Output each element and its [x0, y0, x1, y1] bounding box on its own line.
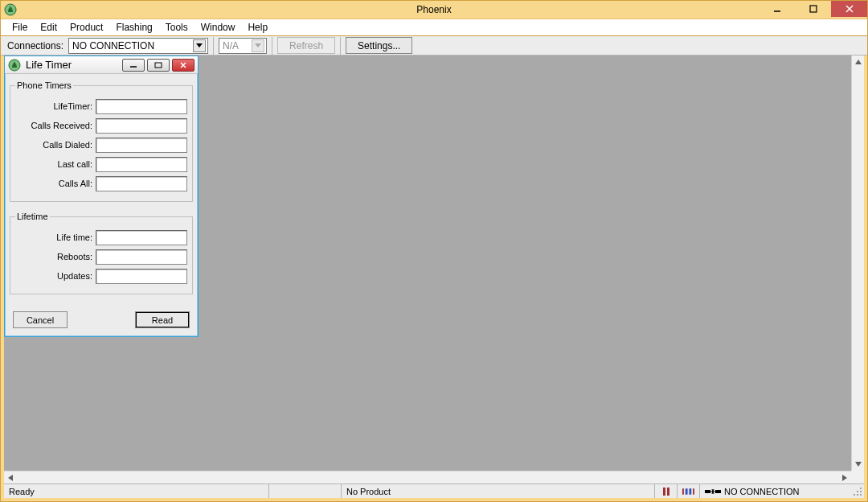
- child-title: Life Timer: [26, 59, 72, 71]
- child-close-button[interactable]: [172, 59, 194, 72]
- titlebar: Phoenix: [1, 1, 867, 19]
- child-window-controls: [122, 59, 194, 72]
- child-minimize-button[interactable]: [122, 59, 145, 72]
- menu-tools[interactable]: Tools: [159, 20, 194, 35]
- scroll-track[interactable]: [852, 68, 864, 458]
- label-last-call: Last call:: [15, 159, 92, 169]
- maximize-button[interactable]: [795, 1, 831, 17]
- row-updates: Updates:: [15, 266, 187, 286]
- refresh-button: Refresh: [277, 37, 335, 54]
- mdi-client-area: Life Timer: [4, 56, 851, 471]
- svg-point-32: [860, 494, 862, 496]
- status-connection-cell: NO CONNECTION: [700, 484, 851, 498]
- status-connection: NO CONNECTION: [724, 487, 800, 496]
- svg-rect-17: [667, 488, 669, 496]
- scroll-left-icon[interactable]: [4, 471, 17, 483]
- svg-marker-6: [255, 43, 261, 47]
- label-calls-dialed: Calls Dialed:: [15, 140, 92, 150]
- child-maximize-button[interactable]: [147, 59, 170, 72]
- input-lifetimer[interactable]: [96, 99, 187, 114]
- menu-help[interactable]: Help: [241, 20, 274, 35]
- cancel-button[interactable]: Cancel: [13, 311, 68, 328]
- svg-rect-2: [810, 6, 817, 12]
- toolbar: Connections: NO CONNECTION N/A Refresh S…: [1, 36, 867, 56]
- svg-point-29: [860, 491, 862, 492]
- connections-combo[interactable]: NO CONNECTION: [68, 38, 208, 54]
- input-calls-all[interactable]: [96, 176, 187, 191]
- svg-rect-19: [686, 488, 688, 495]
- toolbar-separator: [213, 37, 214, 55]
- workspace: Life Timer: [4, 56, 864, 483]
- input-life-time[interactable]: [96, 230, 187, 245]
- menubar: File Edit Product Flashing Tools Window …: [1, 19, 867, 36]
- svg-rect-23: [715, 490, 721, 493]
- scroll-up-icon[interactable]: [852, 56, 864, 68]
- status-ready: Ready: [4, 484, 269, 498]
- row-lifetimer: LifeTimer:: [15, 97, 187, 116]
- scroll-down-icon[interactable]: [852, 458, 864, 471]
- horizontal-scrollbar[interactable]: [4, 471, 851, 483]
- svg-rect-9: [155, 63, 162, 68]
- phoenix-icon: [8, 59, 21, 72]
- svg-point-30: [854, 494, 855, 496]
- main-window: Phoenix File Edit Product Flashing Tools…: [0, 0, 868, 502]
- read-button[interactable]: Read: [135, 311, 190, 328]
- toolbar-separator: [340, 37, 341, 55]
- menu-product[interactable]: Product: [63, 20, 109, 35]
- menu-window[interactable]: Window: [194, 20, 242, 35]
- svg-marker-15: [842, 475, 847, 481]
- close-button[interactable]: [831, 1, 867, 17]
- svg-point-27: [860, 488, 862, 489]
- phone-timers-legend: Phone Timers: [15, 80, 73, 90]
- secondary-combo: N/A: [219, 38, 267, 54]
- status-pause-icon: [655, 484, 678, 498]
- vertical-scrollbar[interactable]: [851, 56, 864, 471]
- svg-marker-13: [855, 462, 862, 467]
- label-reboots: Reboots:: [15, 252, 92, 261]
- status-bars-icon: [678, 484, 700, 498]
- label-updates: Updates:: [15, 271, 92, 281]
- phone-timers-group: Phone Timers LifeTimer: Calls Received: …: [10, 80, 193, 202]
- chevron-down-icon: [252, 39, 264, 52]
- minimize-button[interactable]: [759, 1, 795, 17]
- label-lifetimer: LifeTimer:: [15, 101, 92, 111]
- input-updates[interactable]: [96, 269, 187, 284]
- connections-value: NO CONNECTION: [72, 40, 154, 51]
- chevron-down-icon: [193, 39, 206, 52]
- input-calls-received[interactable]: [96, 118, 187, 134]
- scroll-corner: [851, 471, 864, 483]
- toolbar-separator: [272, 37, 272, 55]
- row-calls-received: Calls Received:: [15, 116, 187, 135]
- dialog-buttons: Cancel Read: [10, 311, 193, 331]
- row-life-time: Life time:: [15, 228, 187, 247]
- svg-marker-5: [196, 43, 203, 47]
- label-calls-all: Calls All:: [15, 179, 92, 188]
- svg-rect-22: [705, 490, 710, 493]
- secondary-combo-value: N/A: [223, 40, 239, 51]
- svg-rect-21: [693, 488, 694, 495]
- svg-rect-20: [689, 488, 691, 495]
- status-empty-1: [269, 484, 342, 498]
- input-reboots[interactable]: [96, 249, 187, 265]
- resize-grip-icon[interactable]: [851, 485, 864, 498]
- svg-rect-16: [663, 488, 665, 496]
- window-title: Phoenix: [416, 4, 451, 15]
- row-calls-dialed: Calls Dialed:: [15, 135, 187, 154]
- menu-flashing[interactable]: Flashing: [109, 20, 158, 35]
- row-last-call: Last call:: [15, 154, 187, 174]
- input-calls-dialed[interactable]: [96, 138, 187, 153]
- menu-file[interactable]: File: [6, 20, 34, 35]
- lifetime-legend: Lifetime: [15, 212, 50, 221]
- menu-edit[interactable]: Edit: [34, 20, 63, 35]
- lifetime-group: Lifetime Life time: Reboots: Updates:: [10, 212, 193, 294]
- input-last-call[interactable]: [96, 157, 187, 172]
- child-titlebar[interactable]: Life Timer: [5, 56, 198, 74]
- svg-point-31: [857, 494, 858, 496]
- window-controls: [759, 1, 867, 17]
- svg-rect-18: [682, 488, 684, 495]
- svg-marker-14: [8, 475, 13, 481]
- scroll-right-icon[interactable]: [838, 471, 851, 483]
- row-reboots: Reboots:: [15, 247, 187, 266]
- settings-button[interactable]: Settings...: [346, 37, 412, 54]
- label-calls-received: Calls Received:: [15, 121, 92, 130]
